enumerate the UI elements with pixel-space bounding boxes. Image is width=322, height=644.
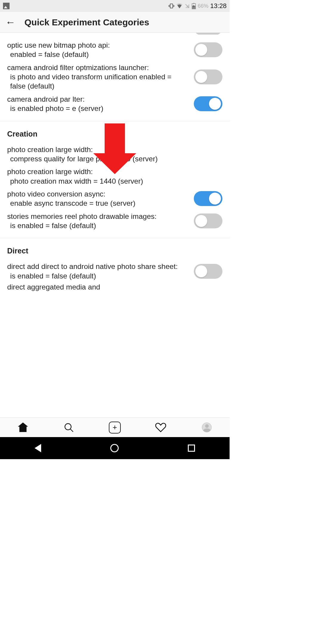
row-title: optic use new bitmap photo api: <box>7 41 110 49</box>
plus-icon: + <box>109 422 121 434</box>
toggle-camera-par[interactable] <box>194 96 222 111</box>
setting-row-direct-share-sheet[interactable]: direct add direct to android native phot… <box>0 260 230 282</box>
page-title: Quick Experiment Categories <box>24 17 149 27</box>
row-title: photo creation large width: <box>7 145 93 154</box>
row-title: camera android filter optmizations launc… <box>7 64 149 72</box>
row-title: photo creation large width: <box>7 168 93 176</box>
back-button[interactable]: ← <box>5 16 16 28</box>
row-sub: photo creation max width = 1440 (server) <box>7 177 222 186</box>
status-bar: 66% 13:28 <box>0 0 230 12</box>
scroll-content[interactable]: optic use new bitmap photo api: enabled … <box>0 33 230 417</box>
nav-create[interactable]: + <box>109 422 121 434</box>
search-icon <box>63 422 75 433</box>
svg-rect-7 <box>193 3 194 4</box>
toggle-cutoff-top[interactable] <box>194 33 222 35</box>
setting-row-compress-quality[interactable]: photo creation large width: compress qua… <box>0 143 230 165</box>
row-sub: enable async transcode = true (server) <box>7 199 188 208</box>
row-sub: is photo and video transform unification… <box>7 72 188 91</box>
bottom-nav: + <box>0 417 230 437</box>
row-title: camera android par lter: <box>7 95 85 103</box>
toggle-optic[interactable] <box>194 42 222 57</box>
section-header-direct: Direct <box>0 238 230 260</box>
avatar-icon <box>202 422 212 432</box>
heart-icon <box>155 422 167 434</box>
row-sub: enabled = false (default) <box>7 50 188 59</box>
nav-profile[interactable] <box>201 422 213 434</box>
sys-recent-button[interactable] <box>188 445 195 452</box>
row-title: stories memories reel photo drawable ima… <box>7 212 157 220</box>
setting-row-cutoff[interactable]: direct aggregated media and <box>0 282 230 292</box>
clock: 13:28 <box>210 2 227 10</box>
wifi-icon <box>176 3 183 9</box>
row-title: photo video conversion async: <box>7 190 106 198</box>
row-sub: is enabled photo = e (server) <box>7 104 188 113</box>
svg-point-9 <box>65 423 71 430</box>
svg-rect-0 <box>170 4 173 8</box>
signal-icon <box>185 3 190 9</box>
toggle-direct-share-sheet[interactable] <box>194 264 222 279</box>
toggle-camera-launcher[interactable] <box>194 69 222 84</box>
nav-home[interactable] <box>17 422 29 434</box>
toggle-async-transcode[interactable] <box>194 191 222 206</box>
battery-charging-icon <box>192 3 196 9</box>
row-sub: compress quality for large photo = 70 (s… <box>7 154 222 163</box>
toggle-stories-memories[interactable] <box>194 213 222 228</box>
setting-row-stories-memories[interactable]: stories memories reel photo drawable ima… <box>0 210 230 232</box>
nav-activity[interactable] <box>155 422 167 434</box>
section-header-creation: Creation <box>0 121 230 143</box>
circle-home-icon <box>110 444 119 452</box>
setting-row-camera-launcher[interactable]: camera android filter optmizations launc… <box>0 61 230 93</box>
nav-search[interactable] <box>63 422 75 434</box>
setting-row-max-width[interactable]: photo creation large width: photo creati… <box>0 165 230 188</box>
sys-home-button[interactable] <box>110 444 119 452</box>
picture-icon <box>3 3 10 9</box>
square-recent-icon <box>188 445 195 452</box>
row-sub: is enabled = false (default) <box>7 221 188 230</box>
system-nav-bar <box>0 437 230 459</box>
svg-line-10 <box>70 429 73 432</box>
app-header: ← Quick Experiment Categories <box>0 12 230 33</box>
row-title: direct add direct to android native phot… <box>7 262 178 270</box>
setting-row-camera-par[interactable]: camera android par lter: is enabled phot… <box>0 93 230 115</box>
sys-back-button[interactable] <box>35 444 41 452</box>
battery-percent: 66% <box>198 3 208 9</box>
setting-row-optic[interactable]: optic use new bitmap photo api: enabled … <box>0 39 230 61</box>
triangle-back-icon <box>35 444 41 452</box>
vibrate-icon <box>168 3 174 9</box>
row-sub: is enabled = false (default) <box>7 271 188 281</box>
setting-row-async-transcode[interactable]: photo video conversion async: enable asy… <box>0 188 230 210</box>
